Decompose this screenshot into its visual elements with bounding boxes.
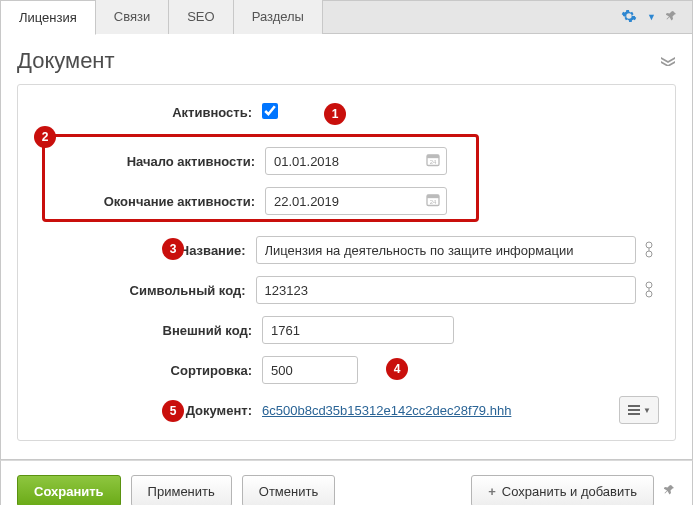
label-sort: Сортировка: xyxy=(34,363,262,378)
cancel-button[interactable]: Отменить xyxy=(242,475,335,505)
save-and-add-button[interactable]: + Сохранить и добавить xyxy=(471,475,654,505)
input-extcode[interactable] xyxy=(262,316,454,344)
svg-point-7 xyxy=(646,251,652,257)
tab-bar: Лицензия Связи SEO Разделы ▼ xyxy=(0,0,693,34)
row-end: Окончание активности: 24 xyxy=(61,187,460,215)
row-start: Начало активности: 24 xyxy=(61,147,460,175)
input-sort[interactable] xyxy=(262,356,358,384)
input-name[interactable] xyxy=(256,236,636,264)
hamburger-icon xyxy=(627,405,641,415)
document-link[interactable]: 6c500b8cd35b15312e142cc2dec28f79.hhh xyxy=(262,403,511,418)
save-and-add-label: Сохранить и добавить xyxy=(502,484,637,499)
row-sort: Сортировка: 4 xyxy=(34,356,659,384)
marker-1: 1 xyxy=(324,103,346,125)
side-control-symcode[interactable] xyxy=(642,280,659,300)
side-control-name[interactable] xyxy=(642,240,659,260)
tab-seo[interactable]: SEO xyxy=(169,0,233,34)
tab-license[interactable]: Лицензия xyxy=(1,1,96,35)
input-end-date[interactable] xyxy=(265,187,447,215)
apply-button[interactable]: Применить xyxy=(131,475,232,505)
tab-links[interactable]: Связи xyxy=(96,0,169,34)
label-extcode: Внешний код: xyxy=(34,323,262,338)
row-active: Активность: 1 xyxy=(34,103,659,122)
label-symcode: Символьный код: xyxy=(34,283,256,298)
pin-icon[interactable] xyxy=(666,9,678,26)
marker-2: 2 xyxy=(34,126,56,148)
footer: Сохранить Применить Отменить + Сохранить… xyxy=(0,460,693,505)
label-start: Начало активности: xyxy=(61,154,265,169)
input-symcode[interactable] xyxy=(256,276,636,304)
svg-point-9 xyxy=(646,291,652,297)
document-menu-button[interactable]: ▼ xyxy=(619,396,659,424)
svg-point-6 xyxy=(646,242,652,248)
collapse-icon[interactable] xyxy=(660,53,676,69)
svg-point-8 xyxy=(646,282,652,288)
label-active: Активность: xyxy=(34,105,262,120)
row-symcode: Символьный код: xyxy=(34,276,659,304)
footer-pin-icon[interactable] xyxy=(664,483,676,500)
marker-3: 3 xyxy=(162,238,184,260)
row-extcode: Внешний код: xyxy=(34,316,659,344)
gear-icon[interactable] xyxy=(621,8,637,27)
label-name: Название: xyxy=(34,243,256,258)
gear-chevron-icon[interactable]: ▼ xyxy=(647,12,656,22)
form-area: Активность: 1 2 Начало активности: 24 Ок… xyxy=(17,84,676,441)
marker-4: 4 xyxy=(386,358,408,380)
input-start-date[interactable] xyxy=(265,147,447,175)
tab-sections[interactable]: Разделы xyxy=(234,0,323,34)
row-document: 5 Документ: 6c500b8cd35b15312e142cc2dec2… xyxy=(34,396,659,424)
label-document: Документ: xyxy=(34,403,262,418)
row-name: 3 Название: xyxy=(34,236,659,264)
label-end: Окончание активности: xyxy=(61,194,265,209)
panel-title: Документ xyxy=(17,48,115,74)
marker-5: 5 xyxy=(162,400,184,422)
plus-icon: + xyxy=(488,484,496,499)
highlight-dates: 2 Начало активности: 24 Окончание активн… xyxy=(42,134,479,222)
save-button[interactable]: Сохранить xyxy=(17,475,121,505)
chevron-down-icon: ▼ xyxy=(643,406,651,415)
checkbox-active[interactable] xyxy=(262,103,278,119)
panel: Документ Активность: 1 2 Начало активнос… xyxy=(0,34,693,460)
